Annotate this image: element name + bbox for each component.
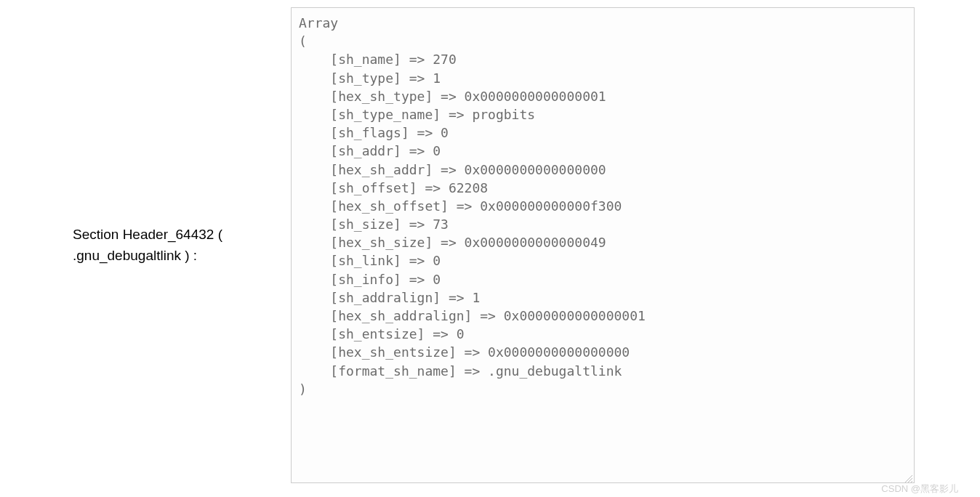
code-entry: [format_sh_name] => .gnu_debugaltlink [299, 363, 622, 379]
resize-handle-icon[interactable] [904, 472, 912, 481]
code-content: Array ( [sh_name] => 270 [sh_type] => 1 … [299, 14, 907, 398]
code-entry: [sh_info] => 0 [299, 272, 441, 287]
array-open: Array [299, 15, 338, 31]
code-entry: [hex_sh_addralign] => 0x0000000000000001 [299, 308, 646, 323]
code-box: Array ( [sh_name] => 270 [sh_type] => 1 … [291, 7, 915, 483]
code-entry: [sh_entsize] => 0 [299, 326, 465, 342]
code-entry: [sh_addr] => 0 [299, 143, 441, 158]
code-entry: [hex_sh_type] => 0x0000000000000001 [299, 89, 606, 104]
section-label: Section Header_64432 ( .gnu_debugaltlink… [73, 225, 291, 266]
code-entry: [sh_flags] => 0 [299, 125, 449, 140]
main-container: Section Header_64432 ( .gnu_debugaltlink… [0, 0, 980, 490]
paren-open: ( [299, 33, 307, 49]
code-entry: [sh_addralign] => 1 [299, 290, 480, 305]
code-entry: [hex_sh_size] => 0x0000000000000049 [299, 235, 606, 250]
code-entry: [sh_offset] => 62208 [299, 180, 488, 195]
code-entry: [hex_sh_addr] => 0x0000000000000000 [299, 162, 606, 177]
code-entry: [sh_link] => 0 [299, 253, 441, 268]
code-entry: [sh_type] => 1 [299, 70, 441, 86]
paren-close: ) [299, 381, 307, 397]
code-entry: [sh_type_name] => progbits [299, 107, 535, 122]
label-line2: .gnu_debugaltlink ) : [73, 246, 284, 267]
watermark-text: CSDN @黑客影儿 [881, 482, 958, 496]
code-cell: Array ( [sh_name] => 270 [sh_type] => 1 … [291, 7, 915, 483]
label-line1: Section Header_64432 ( [73, 225, 284, 246]
code-entry: [sh_name] => 270 [299, 52, 457, 67]
code-entry: [hex_sh_offset] => 0x000000000000f300 [299, 198, 622, 214]
code-entry: [hex_sh_entsize] => 0x0000000000000000 [299, 344, 630, 360]
code-entry: [sh_size] => 73 [299, 217, 449, 232]
